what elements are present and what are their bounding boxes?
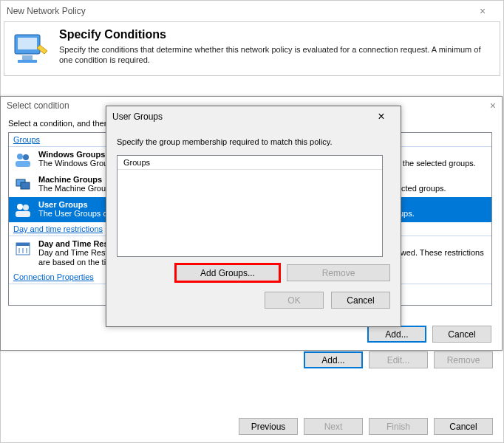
select-add-button[interactable]: Add...	[367, 326, 426, 343]
wizard-header-text: Specify Conditions Specify the condition…	[59, 28, 494, 69]
add-groups-button[interactable]: Add Groups...	[176, 264, 279, 281]
svg-rect-6	[16, 161, 30, 167]
cancel-button[interactable]: Cancel	[434, 418, 493, 435]
previous-button[interactable]: Previous	[239, 418, 298, 435]
svg-point-4	[17, 154, 23, 159]
remove-group-button: Remove	[287, 264, 390, 281]
users-icon	[13, 200, 33, 219]
svg-rect-2	[22, 55, 33, 60]
close-icon[interactable]: ×	[490, 100, 496, 111]
svg-rect-3	[18, 60, 37, 63]
groups-listbox[interactable]: Groups	[117, 155, 383, 257]
wizard-titlebar: New Network Policy ×	[1, 1, 503, 21]
svg-rect-8	[21, 182, 30, 189]
conditions-add-button[interactable]: Add...	[304, 351, 363, 368]
conditions-remove-button: Remove	[434, 351, 493, 368]
groups-cancel-button[interactable]: Cancel	[331, 292, 390, 309]
select-condition-button-row: Add... Cancel	[367, 326, 491, 343]
user-groups-dialog: User Groups × Specify the group membersh…	[106, 106, 401, 327]
calendar-icon	[13, 239, 33, 258]
close-icon[interactable]: ×	[368, 110, 395, 123]
groups-mid-button-row: Add Groups... Remove	[117, 264, 390, 281]
conditions-edit-button: Edit...	[369, 351, 428, 368]
ok-button: OK	[265, 292, 324, 309]
select-cancel-button[interactable]: Cancel	[432, 326, 491, 343]
groups-list-header: Groups	[118, 156, 382, 170]
groups-bottom-button-row: OK Cancel	[117, 292, 390, 309]
users-icon	[13, 150, 33, 169]
wizard-title: New Network Policy	[7, 6, 468, 16]
svg-point-9	[17, 204, 23, 210]
svg-rect-13	[16, 243, 30, 246]
select-condition-title: Select condition	[7, 100, 69, 111]
user-groups-titlebar: User Groups ×	[106, 106, 401, 127]
wizard-header-panel: Specify Conditions Specify the condition…	[4, 21, 500, 76]
wizard-header-title: Specify Conditions	[59, 28, 494, 41]
conditions-icon	[10, 28, 50, 69]
user-groups-title: User Groups	[112, 111, 368, 122]
next-button: Next	[304, 418, 363, 435]
wizard-header-desc: Specify the conditions that determine wh…	[59, 44, 494, 66]
svg-point-10	[23, 205, 29, 210]
svg-rect-1	[18, 38, 37, 49]
computers-icon	[13, 175, 33, 194]
svg-point-5	[23, 154, 29, 160]
wizard-button-row: Previous Next Finish Cancel	[239, 418, 493, 435]
user-groups-prompt: Specify the group membership required to…	[117, 137, 390, 146]
close-icon[interactable]: ×	[468, 5, 497, 17]
finish-button: Finish	[369, 418, 428, 435]
conditions-button-row: Add... Edit... Remove	[304, 351, 493, 368]
svg-rect-11	[16, 211, 30, 217]
